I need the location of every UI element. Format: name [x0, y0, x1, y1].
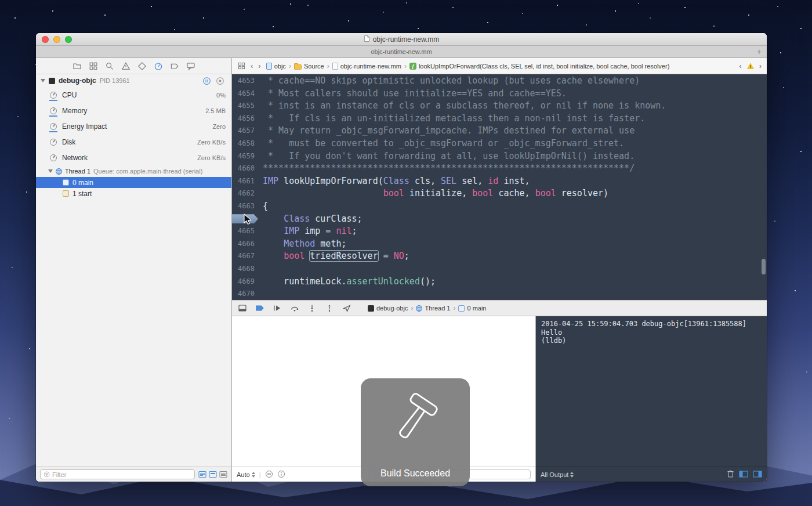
crumb-label: 0 main: [467, 305, 486, 312]
info-icon[interactable]: [277, 470, 285, 479]
frame-label: 1 start: [72, 190, 92, 198]
issue-navigator-icon[interactable]: [121, 61, 130, 71]
breakpoints-toggle-icon[interactable]: [255, 303, 264, 313]
source-editor[interactable]: 4653 * cache==NO skips optimistic unlock…: [232, 74, 767, 300]
step-over-icon[interactable]: [290, 303, 299, 313]
crumb-separator-icon: ›: [453, 304, 455, 312]
zoom-button[interactable]: [65, 36, 72, 43]
stat-label: Disk: [62, 138, 75, 146]
crumb-thread-1[interactable]: Thread 1: [416, 305, 450, 312]
flatten-list-icon[interactable]: [198, 471, 206, 478]
console-output[interactable]: 2016-04-25 15:59:04.703 debug-objc[13961…: [536, 316, 767, 467]
tab-objc-runtime-new[interactable]: objc-runtime-new.mm: [371, 48, 432, 55]
energy-gauge-icon: [50, 123, 57, 130]
stat-value: Zero KB/s: [197, 139, 226, 146]
console-scope-selector[interactable]: All Output: [541, 471, 574, 478]
project-navigator-icon[interactable]: [72, 61, 82, 71]
window-titlebar[interactable]: objc-runtime-new.mm: [36, 33, 767, 46]
find-navigator-icon[interactable]: [104, 61, 114, 71]
previous-issue-button[interactable]: ‹: [739, 62, 741, 70]
crumb-lookupimporforward-class-cls-s[interactable]: lookUpImpOrForward(Class cls, SEL sel, i…: [409, 63, 669, 70]
show-console-pane-icon[interactable]: [753, 471, 762, 479]
symbol-navigator-icon[interactable]: [88, 61, 98, 71]
hide-debug-area-icon[interactable]: [238, 303, 247, 313]
code-line: 4660************************************…: [232, 162, 767, 175]
process-view-options-icon[interactable]: [216, 77, 224, 85]
report-navigator-icon[interactable]: [186, 61, 195, 71]
stat-label: Memory: [62, 107, 87, 115]
test-navigator-icon[interactable]: [137, 61, 147, 71]
network-gauge-icon: [50, 154, 57, 161]
related-items-icon[interactable]: [238, 62, 245, 70]
show-running-blocks-icon[interactable]: [219, 471, 227, 478]
stat-row-energy-impact[interactable]: Energy ImpactZero: [36, 118, 231, 134]
stat-value: Zero KB/s: [197, 154, 226, 161]
back-button[interactable]: ‹: [251, 62, 253, 70]
line-number: 4663: [232, 200, 259, 213]
crumb-separator-icon: ›: [411, 304, 413, 312]
editor-scrollbar-thumb[interactable]: [762, 259, 766, 274]
process-row[interactable]: debug-objc PID 13961: [36, 74, 231, 87]
code-text: * cache==NO skips optimistic unlocked lo…: [259, 75, 640, 88]
line-number: 4661: [232, 175, 259, 188]
show-variables-pane-icon[interactable]: [739, 471, 748, 479]
process-icon: [49, 78, 55, 84]
next-issue-button[interactable]: ›: [759, 62, 762, 70]
quicklook-eye-icon[interactable]: [265, 470, 273, 479]
crumb-debug-objc[interactable]: debug-objc: [368, 305, 408, 312]
filter-icon: [44, 471, 50, 478]
frame-row-0-main[interactable]: 0 main: [36, 177, 231, 188]
stat-row-memory[interactable]: Memory2.5 MB: [36, 103, 231, 118]
disclosure-triangle-icon[interactable]: [41, 79, 45, 82]
frame-row-1-start[interactable]: 1 start: [36, 188, 231, 199]
console-line: Hello: [541, 328, 762, 337]
disk-gauge-icon: [50, 139, 57, 146]
code-line: 4668: [232, 263, 767, 276]
filter-placeholder: Filter: [52, 471, 66, 478]
cpu-gauge-icon: [50, 92, 57, 99]
warning-icon[interactable]: [747, 63, 754, 69]
code-line: 4670: [232, 288, 767, 300]
code-text: IMP lookUpImpOrForward(Class cls, SEL se…: [259, 175, 535, 188]
code-text: * If cls is an un-initialized metaclass …: [259, 113, 645, 125]
navigator-selector-bar: [36, 58, 231, 74]
line-number: 4658: [232, 138, 259, 150]
navigator-filter-bar: Filter: [36, 467, 231, 482]
mouse-cursor: [244, 214, 252, 228]
crumb-0-main[interactable]: 0 main: [458, 305, 486, 312]
minimize-button[interactable]: [53, 36, 60, 43]
crumb-source[interactable]: Source: [294, 63, 324, 70]
stat-value: Zero: [212, 123, 226, 130]
continue-icon[interactable]: [273, 303, 282, 313]
simulate-location-icon[interactable]: [342, 303, 351, 313]
close-button[interactable]: [42, 36, 49, 43]
pause-process-icon[interactable]: [202, 77, 211, 85]
frame-user-icon: [63, 179, 69, 186]
step-into-icon[interactable]: [307, 303, 317, 313]
show-crashed-threads-icon[interactable]: [209, 471, 217, 478]
crumb-label: debug-objc: [376, 305, 408, 312]
project-icon: [266, 63, 272, 70]
add-tab-button[interactable]: +: [757, 46, 762, 57]
stat-row-network[interactable]: NetworkZero KB/s: [36, 150, 231, 165]
debug-navigator-icon[interactable]: [153, 61, 163, 71]
code-text: [259, 263, 263, 276]
thread-icon: [56, 168, 62, 175]
crumb-objc[interactable]: objc: [266, 63, 286, 70]
step-out-icon[interactable]: [325, 303, 334, 313]
code-text: {: [259, 200, 268, 213]
clear-console-icon[interactable]: [727, 469, 734, 479]
build-succeeded-bezel: Build Succeeded: [361, 378, 470, 486]
forward-button[interactable]: ›: [258, 62, 260, 70]
code-lines: 4653 * cache==NO skips optimistic unlock…: [232, 75, 767, 300]
navigator-filter-input[interactable]: Filter: [40, 469, 195, 479]
crumb-objc-runtime-new-mm[interactable]: objc-runtime-new.mm: [332, 63, 401, 70]
thread-row[interactable]: Thread 1 Queue: com.apple.main-thread (s…: [36, 165, 231, 177]
line-number: 4657: [232, 125, 259, 138]
console-line: 2016-04-25 15:59:04.703 debug-objc[13961…: [541, 320, 762, 328]
stat-row-cpu[interactable]: CPU0%: [36, 87, 231, 103]
breakpoint-navigator-icon[interactable]: [169, 61, 179, 71]
stat-row-disk[interactable]: DiskZero KB/s: [36, 134, 231, 150]
disclosure-triangle-icon[interactable]: [48, 169, 53, 173]
variables-scope-selector[interactable]: Auto: [237, 471, 255, 478]
